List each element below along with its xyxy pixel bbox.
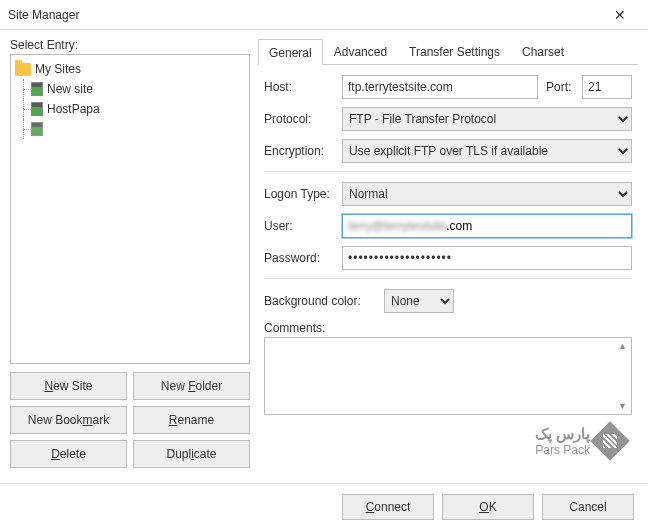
title-bar: Site Manager ✕ — [0, 0, 648, 30]
tree-item-label: New site — [47, 82, 93, 96]
tab-strip: General Advanced Transfer Settings Chars… — [258, 38, 638, 65]
password-input[interactable] — [342, 246, 632, 270]
tab-general[interactable]: General — [258, 39, 323, 65]
tree-item[interactable]: New site — [13, 79, 247, 99]
separator — [264, 278, 632, 279]
site-tree[interactable]: My Sites New site HostPapa — [10, 54, 250, 364]
tree-root[interactable]: My Sites — [13, 59, 247, 79]
delete-button[interactable]: Delete — [10, 440, 127, 468]
tab-advanced[interactable]: Advanced — [323, 38, 398, 64]
host-label: Host: — [264, 80, 342, 94]
new-folder-button[interactable]: New Folder — [133, 372, 250, 400]
tree-item-label: HostPapa — [47, 102, 100, 116]
duplicate-button[interactable]: Duplicate — [133, 440, 250, 468]
port-label: Port: — [546, 80, 582, 94]
watermark-text-2: Pars Pack — [535, 443, 590, 457]
server-icon — [31, 82, 43, 96]
comments-label: Comments: — [264, 321, 632, 335]
protocol-select[interactable]: FTP - File Transfer Protocol — [342, 107, 632, 131]
rename-button[interactable]: Rename — [133, 406, 250, 434]
password-label: Password: — [264, 251, 342, 265]
tab-charset[interactable]: Charset — [511, 38, 575, 64]
close-icon[interactable]: ✕ — [600, 7, 640, 23]
tree-item-blank — [13, 119, 247, 139]
watermark-logo-icon — [590, 421, 630, 461]
general-form: Host: Port: Protocol: FTP - File Transfe… — [258, 65, 638, 415]
new-site-button[interactable]: New Site — [10, 372, 127, 400]
protocol-label: Protocol: — [264, 112, 342, 126]
ok-button[interactable]: OK — [442, 494, 534, 520]
select-entry-label: Select Entry: — [10, 38, 250, 52]
connect-button[interactable]: Connect — [342, 494, 434, 520]
tree-root-label: My Sites — [35, 62, 81, 76]
dialog-footer: Connect OK Cancel — [0, 483, 648, 529]
left-panel: Select Entry: My Sites New site HostPapa — [10, 38, 250, 468]
watermark: پارس پک Pars Pack — [535, 425, 624, 457]
user-label: User: — [264, 219, 342, 233]
tree-buttons: New Site New Folder New Bookmark Rename … — [10, 372, 250, 468]
right-panel: General Advanced Transfer Settings Chars… — [258, 38, 638, 468]
user-input[interactable]: terry@terrytestsite.com — [342, 214, 632, 238]
port-input[interactable] — [582, 75, 632, 99]
tree-line — [17, 79, 31, 99]
logon-type-label: Logon Type: — [264, 187, 342, 201]
window-title: Site Manager — [8, 8, 600, 22]
tree-line — [17, 99, 31, 119]
separator — [264, 171, 632, 172]
folder-icon — [15, 63, 31, 76]
scroll-up-icon[interactable]: ▲ — [615, 338, 631, 354]
scroll-down-icon[interactable]: ▼ — [615, 398, 631, 414]
tree-item[interactable]: HostPapa — [13, 99, 247, 119]
user-value-blurred: terry@terrytestsite — [348, 219, 446, 233]
server-icon — [31, 122, 43, 136]
new-bookmark-button[interactable]: New Bookmark — [10, 406, 127, 434]
background-color-label: Background color: — [264, 294, 384, 308]
encryption-select[interactable]: Use explicit FTP over TLS if available — [342, 139, 632, 163]
tree-line — [17, 119, 31, 139]
server-icon — [31, 102, 43, 116]
watermark-text-1: پارس پک — [535, 425, 590, 443]
logon-type-select[interactable]: Normal — [342, 182, 632, 206]
host-input[interactable] — [342, 75, 538, 99]
cancel-button[interactable]: Cancel — [542, 494, 634, 520]
encryption-label: Encryption: — [264, 144, 342, 158]
scrollbar[interactable]: ▲ ▼ — [614, 338, 631, 414]
tab-transfer-settings[interactable]: Transfer Settings — [398, 38, 511, 64]
background-color-select[interactable]: None — [384, 289, 454, 313]
comments-textarea[interactable]: ▲ ▼ — [264, 337, 632, 415]
